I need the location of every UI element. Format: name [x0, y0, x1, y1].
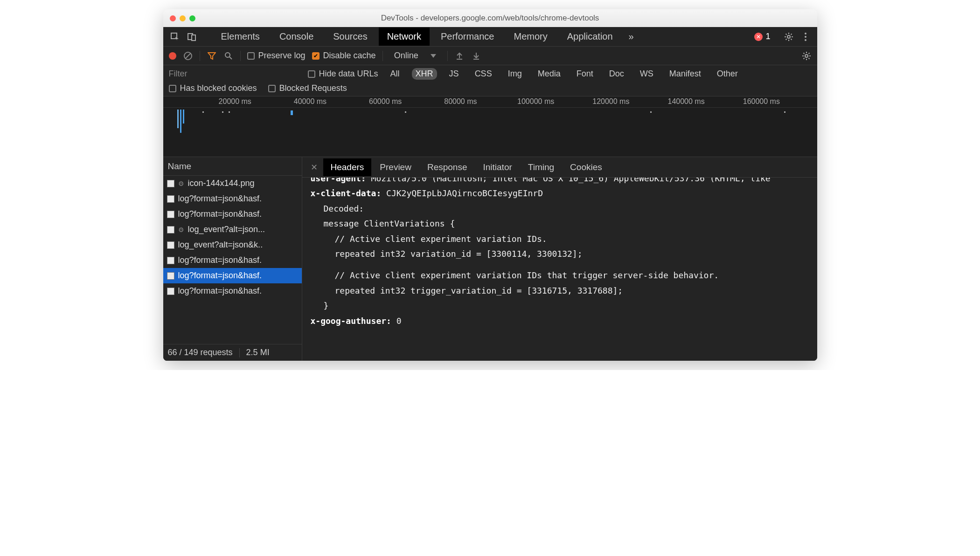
upload-har-icon[interactable]	[454, 52, 465, 60]
request-name: icon-144x144.png	[188, 178, 255, 188]
file-icon	[167, 257, 174, 264]
device-toolbar-icon[interactable]	[185, 30, 199, 44]
devtools-panel: Elements Console Sources Network Perform…	[163, 27, 817, 361]
decoded-line: repeated int32 variation_id = [3300114, …	[311, 247, 809, 261]
filter-type-other[interactable]: Other	[713, 68, 742, 80]
close-window-button[interactable]	[170, 15, 176, 21]
request-list: ⚙icon-144x144.pnglog?format=json&hasf.lo…	[163, 176, 302, 344]
request-name: log?format=json&hasf.	[178, 286, 262, 296]
request-row[interactable]: log?format=json&hasf.	[163, 253, 302, 268]
detail-tabs: ✕ Headers Preview Response Initiator Tim…	[302, 157, 817, 178]
has-blocked-cookies-checkbox[interactable]: Has blocked cookies	[169, 83, 257, 93]
decoded-line: repeated int32 trigger_variation_id = [3…	[311, 283, 809, 298]
decoded-line: message ClientVariations {	[311, 216, 809, 231]
detail-tab-initiator[interactable]: Initiator	[475, 158, 519, 176]
filter-type-img[interactable]: Img	[504, 68, 526, 80]
filter-icon[interactable]	[207, 52, 217, 60]
svg-point-9	[225, 53, 230, 57]
tab-console[interactable]: Console	[271, 27, 322, 46]
request-detail-panel: ✕ Headers Preview Response Initiator Tim…	[302, 157, 817, 361]
settings-icon[interactable]	[782, 30, 796, 44]
filter-type-ws[interactable]: WS	[636, 68, 657, 80]
request-row[interactable]: log?format=json&hasf.	[163, 191, 302, 206]
filter-type-xhr[interactable]: XHR	[412, 68, 437, 80]
throttling-value: Online	[394, 51, 418, 61]
preserve-log-label: Preserve log	[258, 51, 306, 61]
request-list-header[interactable]: Name	[163, 157, 302, 176]
detail-tab-preview[interactable]: Preview	[372, 158, 419, 176]
request-row[interactable]: ⚙log_event?alt=json...	[163, 222, 302, 237]
close-detail-button[interactable]: ✕	[306, 162, 322, 172]
error-icon: ✕	[754, 33, 763, 41]
chevron-down-icon	[431, 54, 436, 58]
disable-cache-checkbox[interactable]: ✔ Disable cache	[312, 51, 376, 61]
tab-application[interactable]: Application	[559, 27, 621, 46]
header-x-goog-authuser: x-goog-authuser: 0	[311, 314, 809, 329]
request-row[interactable]: ⚙icon-144x144.png	[163, 176, 302, 191]
file-icon	[167, 180, 174, 187]
download-har-icon[interactable]	[471, 52, 481, 60]
tab-elements[interactable]: Elements	[213, 27, 268, 46]
header-user-agent: user-agent: Mozilla/5.0 (Macintosh; Inte…	[311, 178, 809, 186]
svg-rect-2	[192, 35, 195, 41]
blocked-requests-checkbox[interactable]: Blocked Requests	[268, 83, 347, 93]
detail-tab-response[interactable]: Response	[420, 158, 475, 176]
detail-tab-cookies[interactable]: Cookies	[563, 158, 610, 176]
request-row[interactable]: log?format=json&hasf.	[163, 283, 302, 299]
tab-sources[interactable]: Sources	[325, 27, 375, 46]
svg-point-4	[805, 33, 806, 34]
hide-data-urls-checkbox[interactable]: Hide data URLs	[308, 69, 378, 79]
waterfall-overview[interactable]: 20000 ms 40000 ms 60000 ms 80000 ms 1000…	[163, 96, 817, 157]
filter-type-media[interactable]: Media	[534, 68, 564, 80]
inspect-element-icon[interactable]	[168, 30, 182, 44]
error-count-value: 1	[765, 32, 770, 41]
filter-type-all[interactable]: All	[387, 68, 403, 80]
request-name: log?format=json&hasf.	[178, 255, 262, 265]
file-icon	[167, 211, 174, 218]
filter-input[interactable]: Filter	[169, 69, 299, 79]
requests-count: 66 / 149 requests	[168, 348, 233, 357]
request-row[interactable]: log_event?alt=json&k..	[163, 237, 302, 253]
network-settings-icon[interactable]	[801, 51, 812, 61]
request-name: log?format=json&hasf.	[178, 209, 262, 219]
request-list-panel: Name ⚙icon-144x144.pnglog?format=json&ha…	[163, 157, 302, 361]
throttling-dropdown[interactable]: Online	[389, 51, 441, 61]
more-tabs-button[interactable]: »	[624, 27, 639, 46]
record-button[interactable]	[169, 52, 176, 60]
svg-point-13	[805, 55, 808, 57]
minimize-window-button[interactable]	[180, 15, 186, 21]
filter-bar: Filter Hide data URLs All XHR JS CSS Img…	[163, 65, 817, 96]
decoded-line: }	[311, 298, 809, 313]
request-name: log?format=json&hasf.	[178, 271, 262, 281]
file-icon	[167, 241, 174, 249]
detail-tab-timing[interactable]: Timing	[521, 158, 562, 176]
search-icon[interactable]	[223, 52, 234, 60]
filter-type-js[interactable]: JS	[445, 68, 463, 80]
request-row[interactable]: log?format=json&hasf.	[163, 268, 302, 283]
detail-tab-headers[interactable]: Headers	[323, 158, 372, 176]
transfer-size: 2.5 MI	[246, 348, 270, 357]
preserve-log-checkbox[interactable]: Preserve log	[247, 51, 306, 61]
disable-cache-label: Disable cache	[323, 51, 376, 61]
main-tab-bar: Elements Console Sources Network Perform…	[163, 27, 817, 47]
window-controls	[170, 15, 195, 21]
filter-type-manifest[interactable]: Manifest	[666, 68, 705, 80]
filter-type-font[interactable]: Font	[573, 68, 597, 80]
kebab-menu-icon[interactable]	[799, 30, 813, 44]
tab-performance[interactable]: Performance	[432, 27, 503, 46]
filter-type-css[interactable]: CSS	[471, 68, 496, 80]
error-count[interactable]: ✕ 1	[754, 32, 770, 41]
zoom-window-button[interactable]	[189, 15, 195, 21]
svg-line-8	[185, 53, 191, 59]
request-row[interactable]: log?format=json&hasf.	[163, 206, 302, 222]
filter-type-doc[interactable]: Doc	[605, 68, 628, 80]
request-list-footer: 66 / 149 requests 2.5 MI	[163, 344, 302, 361]
request-name: log_event?alt=json&k..	[178, 240, 263, 250]
titlebar: DevTools - developers.google.com/web/too…	[163, 9, 817, 27]
decoded-line: // Active client experiment variation ID…	[311, 232, 809, 247]
clear-icon[interactable]	[183, 51, 193, 61]
file-icon	[167, 195, 174, 203]
tab-memory[interactable]: Memory	[506, 27, 556, 46]
tab-network[interactable]: Network	[379, 27, 430, 46]
header-x-client-data: x-client-data: CJK2yQEIpLbJAQirncoBCIesy…	[311, 186, 809, 201]
